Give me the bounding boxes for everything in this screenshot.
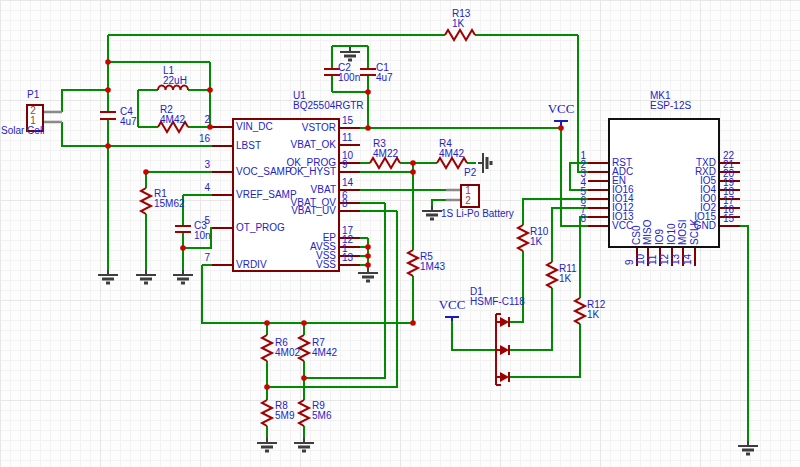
capacitor-c3-symbol <box>175 226 191 232</box>
gnd-battery <box>422 206 442 219</box>
resistor-r11-symbol <box>547 262 557 288</box>
p2-label: 1S Li-Po Battery <box>441 209 514 219</box>
part-value-l1: 22uH <box>163 76 187 86</box>
gnd-caps <box>340 47 360 60</box>
part-value-r2: 4M42 <box>160 115 185 125</box>
u1-pin-name: OK_HYST <box>236 167 336 177</box>
part-value-r1: 15M62 <box>154 199 185 209</box>
resistor-r1-symbol <box>141 188 151 214</box>
p2-pin-number: 2 <box>460 196 476 206</box>
mk1-pin-number: 11 <box>648 255 658 265</box>
mk1-pin-number: 10 <box>636 254 646 265</box>
part-value-r12: 1K <box>587 310 599 320</box>
u1-pin-number: 11 <box>342 133 352 143</box>
gnd-r9 <box>294 438 314 451</box>
part-value-r5: 1M43 <box>420 262 445 272</box>
gnd-esp <box>738 441 758 454</box>
wire-vrdiv-rail <box>202 265 413 323</box>
part-value-c1: 4u7 <box>376 73 393 83</box>
vcc-net-label-led: VCC <box>436 298 468 311</box>
mk1-pin-number: 9 <box>625 259 635 265</box>
u1-pin-number: 2 <box>194 115 210 125</box>
mk1-part: ESP-12S <box>650 101 691 111</box>
u1-pin-number: 16 <box>194 134 210 144</box>
mk1-pin-number: 14 <box>683 254 693 265</box>
u1-pin-number: 15 <box>342 116 353 126</box>
led-d1-symbol <box>496 314 509 385</box>
gnd-c3 <box>173 270 193 283</box>
u1-pin-number: 3 <box>194 160 210 170</box>
u1-pin-name: OT_PROG <box>236 223 285 233</box>
u1-pin-number: 8 <box>342 199 348 209</box>
mk1-pin-name: MOSI <box>678 219 688 245</box>
gnd-vss <box>358 268 378 281</box>
p1-label: Solar Cell <box>1 126 44 136</box>
part-value-r4: 4M42 <box>439 149 464 159</box>
p2-ref: P2 <box>464 168 476 178</box>
u1-pin-number: 13 <box>342 253 353 263</box>
resistor-r12-symbol <box>575 298 585 324</box>
resistor-r7-symbol <box>299 335 309 361</box>
resistor-r5-symbol <box>408 250 418 276</box>
mk1-pin-name: GND <box>614 221 716 231</box>
wire-vcc-led-feed <box>452 321 496 350</box>
mk1-pin-name: MISO <box>643 219 653 245</box>
vcc-flag-led <box>445 317 459 321</box>
gnd-solar <box>98 270 118 283</box>
resistor-r10-symbol <box>518 225 528 251</box>
u1-part: BQ25504RGTR <box>293 101 364 111</box>
u1-pin-name: VBAT_UV <box>236 206 336 216</box>
mk1-pin-number: 15 <box>723 214 734 224</box>
resistor-r4-symbol <box>437 158 467 168</box>
u1-pin-number: 7 <box>194 253 210 263</box>
mk1-pin-name: IO9 <box>655 229 665 245</box>
part-value-r11: 1K <box>559 274 571 284</box>
resistor-r13-symbol <box>445 30 475 40</box>
wire-okprog-r3-r4 <box>360 163 476 250</box>
mk1-pin-name: IO10 <box>667 223 677 245</box>
u1-pin-number: 9 <box>342 160 348 170</box>
part-value-r10: 1K <box>530 237 542 247</box>
part-value-c4: 4u7 <box>120 117 137 127</box>
u1-pin-name: VBAT_OK <box>236 140 336 150</box>
u1-pin-name: VBAT <box>236 185 336 195</box>
mk1-pin-name: SCLK <box>690 219 700 245</box>
u1-pin-number: 14 <box>342 178 353 188</box>
part-value-r9: 5M6 <box>312 411 331 421</box>
part-value-r7: 4M42 <box>312 348 337 358</box>
resistor-r9-symbol <box>299 400 309 426</box>
part-value-r6: 4M02 <box>275 348 300 358</box>
part-value-r3: 4M22 <box>373 149 398 159</box>
u1-pin-number: 4 <box>194 183 210 193</box>
part-value-r8: 5M9 <box>275 411 294 421</box>
resistor-r6-symbol <box>262 335 272 361</box>
mk1-pin-name: CS0 <box>632 226 642 245</box>
vcc-net-label-top: VCC <box>545 102 577 115</box>
mk1-pin-number: 13 <box>671 254 681 265</box>
gnd-r1 <box>136 270 156 283</box>
u1-pin-name: VSS <box>236 260 336 270</box>
part-value-r13: 1K <box>452 19 464 29</box>
gnd-r8 <box>257 438 277 451</box>
u1-pin-name: VSTOR <box>236 123 336 133</box>
mk1-pin-number: 8 <box>570 214 586 224</box>
mk1-pin-number: 12 <box>660 254 670 265</box>
d1-part: HSMF-C118 <box>470 297 525 307</box>
part-value-c3: 10n <box>194 231 211 241</box>
schematic-canvas[interactable]: U1 BQ25504RGTR MK1 ESP-12S P1 Solar Cell… <box>0 0 800 467</box>
p1-pin-number: 1 <box>26 116 40 126</box>
p1-ref: P1 <box>27 90 39 100</box>
part-value-c2: 100n <box>338 73 360 83</box>
wire-esp-gnd <box>740 226 748 441</box>
capacitor-c4-symbol <box>100 112 116 119</box>
inductor-l1-symbol <box>158 86 188 91</box>
resistor-r8-symbol <box>262 400 272 426</box>
resistor-r3-symbol <box>370 158 400 168</box>
gnd-r4 <box>478 153 491 173</box>
capacitor-c1-symbol <box>360 69 376 75</box>
